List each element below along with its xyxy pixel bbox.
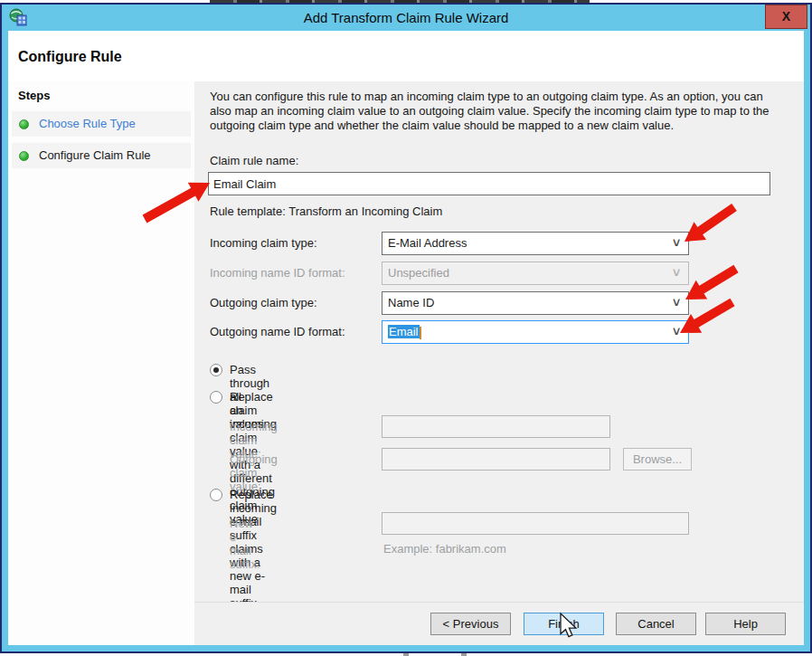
selected-value: E-Mail Address: [388, 236, 467, 250]
finish-button[interactable]: Finish: [524, 613, 604, 635]
screen: { "window": { "title": "Add Transform Cl…: [0, 0, 812, 656]
incoming-claim-value-input: [382, 415, 610, 438]
outgoing-name-id-format-select[interactable]: Email ˅: [382, 320, 689, 344]
step-label[interactable]: Configure Claim Rule: [39, 148, 151, 162]
incoming-claim-type-select[interactable]: E-Mail Address ˅: [382, 232, 689, 255]
selected-text-highlight: Email: [388, 325, 420, 338]
button-bar: < Previous Finish Cancel Help: [194, 602, 804, 645]
incoming-claim-type-label: Incoming claim type:: [210, 236, 317, 250]
outgoing-claim-type-select[interactable]: Name ID ˅: [382, 291, 689, 315]
cancel-button[interactable]: Cancel: [616, 613, 696, 635]
browse-button: Browse...: [623, 448, 692, 471]
incoming-name-id-format-label: Incoming name ID format:: [210, 266, 345, 280]
example-text: Example: fabrikam.com: [383, 542, 506, 556]
dialog-header: Configure Rule: [8, 31, 804, 81]
step-complete-dot-icon: [19, 151, 29, 161]
main-pane: You can configure this rule to map an in…: [194, 81, 804, 602]
outgoing-name-id-format-label: Outgoing name ID format:: [210, 325, 345, 338]
previous-button[interactable]: < Previous: [430, 613, 511, 635]
outgoing-claim-type-row: Outgoing claim type: Name ID ˅: [194, 291, 804, 315]
close-button[interactable]: X: [765, 5, 807, 29]
incoming-name-id-format-row: Incoming name ID format: Unspecified ˅: [194, 261, 804, 285]
page-title: Configure Rule: [18, 49, 122, 65]
radio-replace-suffix[interactable]: [210, 489, 222, 501]
chevron-down-icon: ˅: [669, 265, 684, 281]
chevron-down-icon[interactable]: ˅: [669, 235, 684, 252]
radio-pass-through[interactable]: [210, 364, 222, 376]
claim-rule-name-input[interactable]: [208, 172, 770, 195]
step-label[interactable]: Choose Rule Type: [39, 117, 136, 130]
new-email-suffix-label: New e-mail suffix:: [230, 517, 260, 571]
window-title: Add Transform Claim Rule Wizard: [2, 10, 810, 25]
wizard-dialog: Configure Rule Steps Choose Rule Type Co…: [8, 31, 804, 645]
selected-value: Name ID: [388, 296, 434, 309]
text-caret: [420, 327, 421, 339]
steps-heading: Steps: [18, 89, 50, 102]
rule-template-text: Rule template: Transform an Incoming Cla…: [210, 204, 442, 218]
selected-value: Unspecified: [388, 266, 449, 280]
wizard-window: Add Transform Claim Rule Wizard X Config…: [0, 3, 812, 653]
selected-value: Email: [388, 325, 421, 339]
steps-sidebar: Steps Choose Rule Type Configure Claim R…: [8, 81, 194, 645]
sidebar-item-configure-claim-rule[interactable]: Configure Claim Rule: [12, 143, 191, 168]
titlebar[interactable]: Add Transform Claim Rule Wizard X: [2, 5, 810, 31]
help-button[interactable]: Help: [705, 613, 786, 635]
chevron-down-icon[interactable]: ˅: [669, 295, 684, 311]
rule-description: You can configure this rule to map an in…: [210, 90, 778, 133]
sidebar-item-choose-rule-type[interactable]: Choose Rule Type: [12, 111, 191, 137]
radio-replace-value[interactable]: [210, 391, 222, 404]
outgoing-name-id-format-row: Outgoing name ID format: Email ˅: [194, 320, 804, 344]
chevron-down-icon[interactable]: ˅: [669, 324, 684, 340]
new-email-suffix-input: [382, 512, 689, 535]
step-complete-dot-icon: [19, 119, 29, 129]
outgoing-claim-type-label: Outgoing claim type:: [210, 296, 317, 309]
claim-rule-name-label: Claim rule name:: [210, 154, 298, 167]
outgoing-claim-value-input: [382, 448, 610, 471]
incoming-claim-type-row: Incoming claim type: E-Mail Address ˅: [194, 232, 804, 255]
incoming-name-id-format-select: Unspecified ˅: [382, 261, 689, 285]
